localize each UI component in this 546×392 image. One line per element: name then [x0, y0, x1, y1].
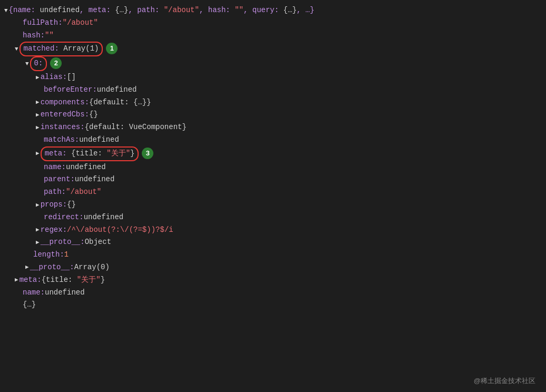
- value: undefined: [79, 134, 119, 146]
- line-16: redirect: undefined: [4, 211, 546, 224]
- key: matchAs:: [44, 134, 79, 146]
- key: regex:: [41, 224, 67, 237]
- value: "/about": [66, 186, 101, 199]
- value: {…}: [23, 299, 36, 311]
- badge-2: 2: [50, 57, 62, 69]
- value: undefined: [66, 161, 106, 174]
- watermark: @稀土掘金技术社区: [474, 376, 535, 386]
- expand-icon[interactable]: ▶: [36, 225, 40, 235]
- value: {}: [89, 109, 98, 121]
- key: instances:: [41, 121, 85, 134]
- value: []: [67, 71, 76, 84]
- key: name:: [44, 161, 66, 174]
- key: __proto__:: [41, 236, 85, 249]
- value: "": [45, 30, 54, 42]
- line-0: ▼{name: undefined, meta: {…}, path: "/ab…: [4, 4, 546, 17]
- value: "/about": [63, 17, 98, 30]
- key: props:: [41, 199, 67, 211]
- key: name:: [23, 287, 45, 299]
- expand-icon[interactable]: ▼: [15, 44, 18, 54]
- line-20: ▶__proto__: Array(0): [4, 261, 546, 274]
- value: {default: VueComponent}: [85, 121, 187, 134]
- line-21: ▶meta: {title: "关于"}: [4, 274, 546, 287]
- badge-1: 1: [106, 43, 118, 54]
- expand-icon[interactable]: ▶: [36, 123, 40, 133]
- key: parent:: [44, 173, 75, 186]
- line-3: ▼matched: Array(1)1: [4, 42, 546, 56]
- line-23: {…}: [4, 299, 546, 311]
- line-9: ▶instances: {default: VueComponent}: [4, 121, 546, 134]
- value: Object: [85, 236, 111, 249]
- line-1: fullPath: "/about": [4, 17, 546, 30]
- value: undefined: [97, 84, 137, 96]
- value: undefined: [75, 173, 115, 186]
- value: {title: "关于"}: [67, 149, 135, 158]
- line-12: name: undefined: [4, 161, 546, 174]
- code-inspector: ▼{name: undefined, meta: {…}, path: "/ab…: [0, 0, 546, 316]
- line-4: ▼0: 2: [4, 56, 546, 71]
- line-8: ▶enteredCbs: {}: [4, 109, 546, 121]
- expand-icon[interactable]: ▶: [36, 110, 40, 120]
- line-5: ▶alias: []: [4, 71, 546, 84]
- key: length:: [33, 249, 64, 261]
- key: path:: [44, 186, 66, 199]
- line-17: ▶regex: /^\/about(?:\/(?=$))?$/i: [4, 224, 546, 237]
- line-6: beforeEnter: undefined: [4, 84, 546, 96]
- value: Array(1): [59, 44, 99, 53]
- highlight-box: meta: {title: "关于"}: [41, 146, 139, 161]
- key: redirect:: [44, 211, 84, 224]
- key: fullPath:: [23, 17, 63, 30]
- line-10: matchAs: undefined: [4, 134, 546, 146]
- value: {default: {…}}: [89, 96, 151, 109]
- expand-icon[interactable]: ▶: [36, 238, 40, 248]
- value: 1: [64, 249, 69, 261]
- line-18: ▶__proto__: Object: [4, 236, 546, 249]
- key: __proto__:: [30, 261, 74, 274]
- expand-icon[interactable]: ▶: [36, 97, 40, 107]
- key: alias:: [41, 71, 67, 84]
- line-14: path: "/about": [4, 186, 546, 199]
- key: meta:: [45, 149, 67, 158]
- value: {}: [67, 199, 76, 211]
- key: beforeEnter:: [44, 84, 97, 96]
- expand-icon[interactable]: ▶: [36, 200, 40, 210]
- line-7: ▶components: {default: {…}}: [4, 96, 546, 109]
- expand-icon[interactable]: ▶: [15, 275, 18, 285]
- key: hash:: [23, 30, 45, 42]
- badge-3: 3: [142, 148, 153, 159]
- value: /^\/about(?:\/(?=$))?$/i: [67, 224, 173, 237]
- highlight-box: 0:: [30, 56, 47, 71]
- expand-icon[interactable]: ▼: [25, 59, 29, 69]
- key: enteredCbs:: [41, 109, 89, 121]
- key: components:: [41, 96, 89, 109]
- line-2: hash: "": [4, 30, 546, 42]
- key: 0:: [34, 59, 43, 67]
- value: Array(0): [74, 261, 110, 274]
- line-15: ▶props: {}: [4, 199, 546, 211]
- value: {title: "关于"}: [42, 274, 105, 287]
- line-13: parent: undefined: [4, 173, 546, 186]
- value: undefined: [84, 211, 124, 224]
- highlight-box: matched: Array(1): [19, 42, 103, 56]
- expand-icon[interactable]: ▶: [25, 262, 29, 272]
- expand-icon[interactable]: ▶: [36, 73, 40, 83]
- key: meta:: [19, 274, 42, 287]
- line-11: ▶meta: {title: "关于"}3: [4, 146, 546, 161]
- expand-icon[interactable]: ▶: [36, 149, 40, 159]
- key: matched:: [24, 44, 59, 53]
- line-19: length: 1: [4, 249, 546, 261]
- expand-icon[interactable]: ▼: [4, 6, 8, 16]
- object-preview: {name: undefined, meta: {…}, path: "/abo…: [9, 4, 315, 17]
- value: undefined: [45, 287, 85, 299]
- line-22: name: undefined: [4, 287, 546, 299]
